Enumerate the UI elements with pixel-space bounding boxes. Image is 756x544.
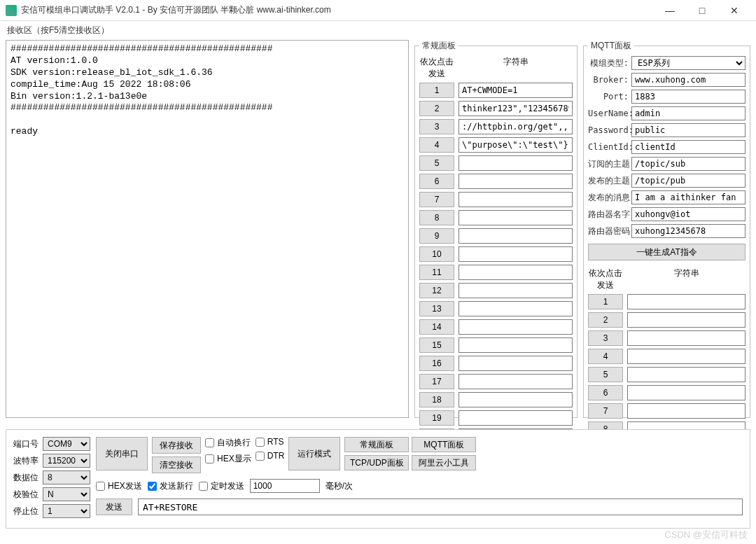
common-slot-button-2[interactable]: 2 xyxy=(419,101,454,116)
common-slot-button-7[interactable]: 7 xyxy=(419,192,454,207)
mqtt-slot-button-5[interactable]: 5 xyxy=(588,367,623,382)
common-slot-button-9[interactable]: 9 xyxy=(419,228,454,244)
common-slot-input-13[interactable] xyxy=(458,301,573,316)
common-slot-button-6[interactable]: 6 xyxy=(419,174,454,189)
clear-recv-button[interactable]: 清空接收 xyxy=(152,456,201,473)
dtr-checkbox[interactable]: DTR xyxy=(255,451,285,461)
common-slot-input-2[interactable] xyxy=(458,101,573,116)
mqtt-slot-input-5[interactable] xyxy=(627,367,746,382)
interval-input[interactable] xyxy=(250,479,320,493)
common-slot-input-11[interactable] xyxy=(458,265,573,280)
common-slot-input-6[interactable] xyxy=(458,174,573,189)
common-slot-button-14[interactable]: 14 xyxy=(419,319,454,335)
mqtt-slot-button-3[interactable]: 3 xyxy=(588,330,623,346)
common-slot-button-1[interactable]: 1 xyxy=(419,83,454,98)
common-slot-button-16[interactable]: 16 xyxy=(419,356,454,371)
clientid-input[interactable] xyxy=(631,140,746,154)
common-slot-button-13[interactable]: 13 xyxy=(419,301,454,316)
databits-select[interactable]: 8 xyxy=(43,470,90,484)
stopbits-select[interactable]: 1 xyxy=(43,504,90,518)
pubtopic-input[interactable] xyxy=(631,174,746,188)
run-mode-button[interactable]: 运行模式 xyxy=(288,437,340,470)
mqtt-panel: MQTT面板 模组类型:ESP系列 Broker: Port: UserName… xyxy=(583,40,750,418)
rts-checkbox[interactable]: RTS xyxy=(255,437,285,447)
panel-mqtt-button[interactable]: MQTT面板 xyxy=(412,437,476,452)
maximize-button[interactable]: □ xyxy=(686,0,718,21)
common-slot-input-16[interactable] xyxy=(458,356,573,371)
mqtt-slot-button-1[interactable]: 1 xyxy=(588,294,623,309)
mqtt-slot-input-7[interactable] xyxy=(627,403,746,419)
baud-select[interactable]: 115200 xyxy=(43,454,90,468)
model-label: 模组类型: xyxy=(588,57,629,69)
send-button[interactable]: 发送 xyxy=(96,498,132,515)
port-select[interactable]: COM9 xyxy=(43,437,90,451)
common-slot-input-15[interactable] xyxy=(458,337,573,353)
auto-wrap-checkbox[interactable]: 自动换行 xyxy=(205,437,251,449)
common-col1-header: 依次点击发送 xyxy=(419,56,454,80)
common-slot-input-1[interactable] xyxy=(458,83,573,98)
common-slot-button-19[interactable]: 19 xyxy=(419,410,454,426)
port-input[interactable] xyxy=(631,90,746,104)
close-port-button[interactable]: 关闭串口 xyxy=(96,437,148,470)
parity-select[interactable]: N xyxy=(43,487,90,501)
mqtt-slot-input-4[interactable] xyxy=(627,349,746,364)
mqtt-slot-button-6[interactable]: 6 xyxy=(588,385,623,400)
router-input[interactable] xyxy=(631,207,746,221)
common-slot-button-5[interactable]: 5 xyxy=(419,155,454,171)
model-select[interactable]: ESP系列 xyxy=(631,56,746,70)
save-recv-button[interactable]: 保存接收 xyxy=(152,437,201,454)
common-slot-button-3[interactable]: 3 xyxy=(419,119,454,134)
panel-common-button[interactable]: 常规面板 xyxy=(344,437,409,452)
broker-input[interactable] xyxy=(631,73,746,87)
common-slot-input-10[interactable] xyxy=(458,246,573,262)
mqtt-slot-button-4[interactable]: 4 xyxy=(588,349,623,364)
pubmsg-input[interactable] xyxy=(631,190,746,204)
mqtt-slot-input-1[interactable] xyxy=(627,294,746,309)
databits-cfg-label: 数据位 xyxy=(13,472,40,484)
common-slot-button-18[interactable]: 18 xyxy=(419,392,454,407)
username-input[interactable] xyxy=(631,106,746,120)
panel-tcpudp-button[interactable]: TCP/UDP面板 xyxy=(344,455,409,470)
mqtt-col2-header: 字符串 xyxy=(627,267,746,291)
timed-send-checkbox[interactable]: 定时发送 xyxy=(199,480,244,492)
common-slot-button-10[interactable]: 10 xyxy=(419,246,454,262)
common-slot-input-5[interactable] xyxy=(458,155,573,171)
common-slot-button-8[interactable]: 8 xyxy=(419,210,454,225)
mqtt-slot-button-2[interactable]: 2 xyxy=(588,312,623,328)
recv-textarea[interactable]: ########################################… xyxy=(6,40,409,418)
generate-at-button[interactable]: 一键生成AT指令 xyxy=(588,244,746,260)
baud-cfg-label: 波特率 xyxy=(13,455,40,467)
common-slot-button-12[interactable]: 12 xyxy=(419,283,454,298)
close-button[interactable]: ✕ xyxy=(718,0,750,21)
hex-show-checkbox[interactable]: HEX显示 xyxy=(205,453,251,465)
common-slot-input-18[interactable] xyxy=(458,392,573,407)
send-newline-checkbox[interactable]: 发送新行 xyxy=(148,480,193,492)
common-slot-input-14[interactable] xyxy=(458,319,573,335)
routerpw-input[interactable] xyxy=(631,224,746,238)
common-slot-input-12[interactable] xyxy=(458,283,573,298)
common-slot-input-17[interactable] xyxy=(458,374,573,389)
common-slot-input-4[interactable] xyxy=(458,137,573,153)
mqtt-slot-input-6[interactable] xyxy=(627,385,746,400)
common-slot-input-3[interactable] xyxy=(458,119,573,134)
password-input[interactable] xyxy=(631,123,746,137)
mqtt-slot-input-2[interactable] xyxy=(627,312,746,328)
common-slot-button-17[interactable]: 17 xyxy=(419,374,454,389)
common-slot-button-15[interactable]: 15 xyxy=(419,337,454,353)
common-slot-button-11[interactable]: 11 xyxy=(419,265,454,280)
mqtt-slot-button-7[interactable]: 7 xyxy=(588,403,623,419)
common-slot-input-8[interactable] xyxy=(458,210,573,225)
common-slot-input-19[interactable] xyxy=(458,410,573,426)
send-input[interactable] xyxy=(138,498,743,515)
mqtt-slot-input-3[interactable] xyxy=(627,330,746,346)
hex-send-checkbox[interactable]: HEX发送 xyxy=(96,480,142,492)
common-slot-input-7[interactable] xyxy=(458,192,573,207)
common-slot-input-9[interactable] xyxy=(458,228,573,244)
broker-label: Broker: xyxy=(588,75,629,85)
minimize-button[interactable]: — xyxy=(654,0,686,21)
subtopic-input[interactable] xyxy=(631,157,746,171)
pubtopic-label: 发布的主题: xyxy=(588,175,629,187)
common-col2-header: 字符串 xyxy=(458,56,573,80)
panel-aliyun-button[interactable]: 阿里云小工具 xyxy=(412,455,476,470)
common-slot-button-4[interactable]: 4 xyxy=(419,137,454,153)
